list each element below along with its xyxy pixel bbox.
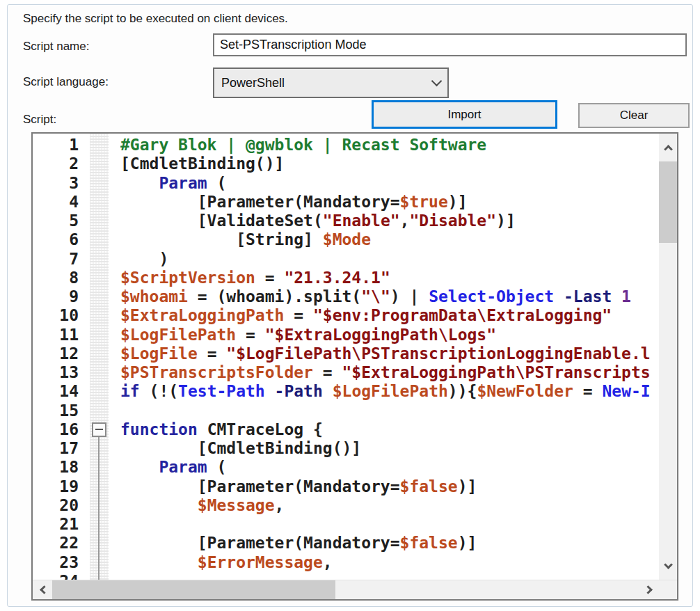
line-number: 19 bbox=[33, 477, 79, 496]
code-line-text: Param ( bbox=[120, 458, 659, 477]
line-number: 8 bbox=[33, 269, 79, 287]
line-number: 24 bbox=[33, 572, 79, 580]
line-number: 16 bbox=[33, 420, 79, 439]
vertical-scrollbar-thumb[interactable] bbox=[659, 161, 677, 243]
code-line-text: Param ( bbox=[120, 174, 659, 193]
code-line-text: [String] $Mode bbox=[120, 230, 659, 249]
script-label: Script: bbox=[23, 113, 56, 127]
line-number: 4 bbox=[33, 193, 79, 212]
code-line-row: 13$PSTranscriptsFolder = "$ExtraLoggingP… bbox=[33, 363, 659, 382]
code-line-text: [CmdletBinding()] bbox=[120, 154, 659, 173]
code-line-row: 10$ExtraLoggingPath = "$env:ProgramData\… bbox=[33, 306, 659, 325]
chevron-right-icon bbox=[644, 585, 653, 594]
line-number: 18 bbox=[33, 458, 79, 477]
instruction-text: Specify the script to be executed on cli… bbox=[23, 12, 288, 26]
code-line-text: function CMTraceLog { bbox=[120, 420, 659, 439]
line-number: 13 bbox=[33, 363, 79, 382]
scroll-left-button[interactable] bbox=[33, 580, 52, 599]
line-number: 14 bbox=[33, 382, 79, 401]
line-number: 21 bbox=[33, 515, 79, 534]
code-line-row: 21 bbox=[33, 515, 659, 534]
clear-button[interactable]: Clear bbox=[578, 103, 690, 128]
code-line-row: 7 ) bbox=[33, 250, 659, 269]
code-line-row: 19 [Parameter(Mandatory=$false)] bbox=[33, 477, 659, 496]
script-name-label: Script name: bbox=[23, 40, 89, 54]
code-line-row: 14if (!(Test-Path -Path $LogFilePath)){$… bbox=[33, 382, 659, 401]
scrollbar-corner bbox=[659, 580, 677, 599]
code-line-row: 23 $ErrorMessage, bbox=[33, 553, 659, 572]
code-line-text: $ExtraLoggingPath = "$env:ProgramData\Ex… bbox=[120, 306, 659, 325]
code-line-row: 6 [String] $Mode bbox=[33, 230, 659, 249]
code-line-row: 17 [CmdletBinding()] bbox=[33, 439, 659, 458]
code-line-text: [CmdletBinding()] bbox=[120, 439, 659, 458]
code-line-row: 4 [Parameter(Mandatory=$true)] bbox=[33, 193, 659, 212]
code-line-row: 20 $Message, bbox=[33, 496, 659, 515]
code-line-row: 3 Param ( bbox=[33, 174, 659, 193]
code-line-row: 1#Gary Blok | @gwblok | Recast Software bbox=[33, 136, 659, 154]
code-line-text: $PSTranscriptsFolder = "$ExtraLoggingPat… bbox=[120, 363, 659, 382]
line-number: 17 bbox=[33, 439, 79, 458]
line-number: 15 bbox=[33, 402, 79, 420]
script-name-input[interactable] bbox=[213, 33, 687, 56]
line-number: 5 bbox=[33, 212, 79, 230]
code-line-text: $Message, bbox=[120, 496, 659, 515]
code-line-text: $ErrorMessage, bbox=[120, 553, 659, 572]
chevron-down-icon bbox=[664, 560, 673, 569]
code-line-row: 22 [Parameter(Mandatory=$false)] bbox=[33, 534, 659, 553]
line-number: 20 bbox=[33, 496, 79, 515]
line-number: 10 bbox=[33, 306, 79, 325]
code-line-text: [Parameter(Mandatory=$false)] bbox=[120, 477, 659, 496]
line-number: 12 bbox=[33, 344, 79, 363]
chevron-down-icon bbox=[431, 75, 443, 86]
code-line-row: 15 bbox=[33, 402, 659, 420]
line-number: 7 bbox=[33, 250, 79, 269]
script-language-label: Script language: bbox=[23, 75, 109, 89]
chevron-up-icon bbox=[664, 145, 673, 154]
code-line-row: 9$whoami = (whoami).split("\") | Select-… bbox=[33, 287, 659, 306]
code-line-text: [Parameter(Mandatory=$true)] bbox=[120, 193, 659, 212]
code-line-text: #Gary Blok | @gwblok | Recast Software bbox=[120, 136, 659, 154]
code-line-text: [Parameter(Mandatory=$false)] bbox=[120, 534, 659, 553]
create-script-dialog: Specify the script to be executed on cli… bbox=[7, 4, 693, 607]
code-line-text: $ScriptVersion = "21.3.24.1" bbox=[120, 269, 659, 287]
line-number: 1 bbox=[33, 136, 79, 154]
code-line-text: [ValidateSet("Enable","Disable")] bbox=[120, 212, 659, 230]
code-line-text: $LogFile = "$LogFilePath\PSTranscription… bbox=[120, 344, 659, 363]
line-number: 11 bbox=[33, 326, 79, 344]
code-line-row: 18 Param ( bbox=[33, 458, 659, 477]
vertical-scrollbar[interactable] bbox=[659, 134, 677, 580]
line-number: 6 bbox=[33, 230, 79, 249]
line-number: 22 bbox=[33, 534, 79, 553]
code-line-row: 5 [ValidateSet("Enable","Disable")] bbox=[33, 212, 659, 230]
scroll-up-button[interactable] bbox=[659, 134, 677, 161]
code-line-row: 2[CmdletBinding()] bbox=[33, 154, 659, 173]
line-number: 23 bbox=[33, 553, 79, 572]
script-language-dropdown[interactable]: PowerShell bbox=[213, 68, 449, 98]
chevron-left-icon bbox=[40, 585, 49, 594]
code-lines: 1#Gary Blok | @gwblok | Recast Software2… bbox=[33, 134, 659, 580]
script-editor[interactable]: 1#Gary Blok | @gwblok | Recast Software2… bbox=[31, 132, 678, 601]
line-number: 3 bbox=[33, 174, 79, 193]
horizontal-scrollbar-thumb[interactable] bbox=[52, 580, 335, 599]
scroll-down-button[interactable] bbox=[659, 552, 677, 580]
code-line-row: 12$LogFile = "$LogFilePath\PSTranscripti… bbox=[33, 344, 659, 363]
code-line-row: 8$ScriptVersion = "21.3.24.1" bbox=[33, 269, 659, 287]
code-line-row: 24 bbox=[33, 572, 659, 580]
import-button[interactable]: Import bbox=[372, 100, 557, 129]
horizontal-scrollbar[interactable] bbox=[33, 580, 677, 599]
code-text-area[interactable]: 1#Gary Blok | @gwblok | Recast Software2… bbox=[33, 134, 659, 580]
code-line-row: 16function CMTraceLog { bbox=[33, 420, 659, 439]
line-number: 2 bbox=[33, 154, 79, 173]
script-language-value: PowerShell bbox=[221, 76, 433, 90]
code-line-text: $whoami = (whoami).split("\") | Select-O… bbox=[120, 287, 659, 306]
code-line-text: ) bbox=[120, 250, 659, 269]
code-line-row: 11$LogFilePath = "$ExtraLoggingPath\Logs… bbox=[33, 326, 659, 344]
scroll-right-button[interactable] bbox=[639, 580, 659, 599]
line-number: 9 bbox=[33, 287, 79, 306]
code-line-text: $LogFilePath = "$ExtraLoggingPath\Logs" bbox=[120, 326, 659, 344]
code-line-text: if (!(Test-Path -Path $LogFilePath)){$Ne… bbox=[120, 382, 659, 401]
